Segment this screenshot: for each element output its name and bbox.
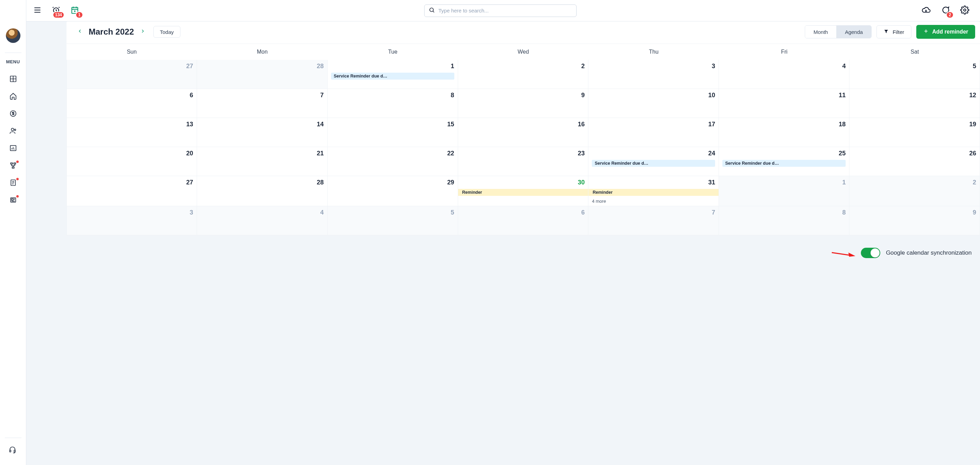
svg-rect-10 [11,198,13,200]
calendar-cell[interactable]: 16 [458,118,589,147]
filter-button[interactable]: Filter [877,25,912,38]
nav-billing[interactable] [6,106,21,122]
calendar-cell[interactable]: 6 [458,206,589,235]
nav-home[interactable] [6,89,21,105]
calendar-event[interactable]: Service Reminder due d… [331,73,454,79]
prev-month-button[interactable] [76,28,84,36]
nav-workflow[interactable] [6,159,21,174]
nav-support[interactable] [5,443,20,458]
calendar-cell[interactable]: 21 [197,147,328,176]
calendar-cell[interactable]: 3 [589,60,719,89]
calendar-cell[interactable]: 10 [589,89,719,118]
calendar-cell[interactable]: 15 [328,118,458,147]
calendar-cell[interactable]: 2 [850,176,980,206]
calendar-cell[interactable]: 22 [328,147,458,176]
calendar-cell[interactable]: 9 [850,206,980,235]
calendar-cell[interactable]: 8 [719,206,850,235]
day-number: 7 [200,92,324,99]
cloud-download-icon [921,6,931,16]
svg-rect-12 [14,450,15,452]
calendar-cell[interactable]: 12 [850,89,980,118]
day-number: 9 [461,92,585,99]
today-button[interactable]: Today [153,26,180,38]
calendar-cell[interactable]: 8 [328,89,458,118]
left-rail: MENU [0,0,26,465]
calendar-cell[interactable]: 14 [197,118,328,147]
chevron-right-icon [140,29,145,35]
avatar[interactable] [6,29,21,43]
next-month-button[interactable] [139,28,146,36]
search-input[interactable] [438,8,572,13]
calendar-cell[interactable]: 9 [458,89,589,118]
calendar-cell[interactable]: 11 [719,89,850,118]
view-month-tab[interactable]: Month [805,25,837,38]
calendar-cell[interactable]: 24Service Reminder due d… [589,147,719,176]
calendar-event[interactable]: Service Reminder due d… [592,160,715,167]
calendar-cell[interactable]: 31Reminder4 more [589,176,719,206]
menu-toggle[interactable] [31,5,44,17]
calendar-toolbar: March 2022 Today Month Agenda Filter Add… [67,21,980,44]
download-button[interactable] [920,5,932,17]
calendar-cell[interactable]: 20 [67,147,197,176]
settings-button[interactable] [959,5,971,17]
weekday-label: Sat [850,44,980,60]
nav-dashboard[interactable] [6,72,21,87]
calendar-cell[interactable]: 27 [67,176,197,206]
notification-dot-icon [16,160,19,163]
content: March 2022 Today Month Agenda Filter Add… [26,21,980,465]
calendar-cell[interactable]: 18 [719,118,850,147]
calendar-cell[interactable]: 17 [589,118,719,147]
calendar-cell[interactable]: 5 [850,60,980,89]
calendar-cell[interactable]: 7 [197,89,328,118]
weekday-label: Wed [458,44,589,60]
calendar-cell[interactable]: 7 [589,206,719,235]
calendar-cell[interactable]: 29 [328,176,458,206]
calendar-cell[interactable]: 4 [719,60,850,89]
calendar-cell[interactable]: 13 [67,118,197,147]
calendar-cell[interactable]: 1 [719,176,850,206]
view-agenda-tab[interactable]: Agenda [837,25,871,38]
day-number: 27 [70,179,193,186]
calendar-cell[interactable]: 2 [458,60,589,89]
calendar-cell[interactable]: 26 [850,147,980,176]
calendar-cell[interactable]: 25Service Reminder due d… [719,147,850,176]
main-area: 134 1 2 [26,0,980,465]
calendar-event[interactable]: Reminder [458,189,589,196]
nav-news[interactable] [6,193,21,208]
alarm-button[interactable]: 134 [50,5,62,17]
nav-people[interactable] [6,124,21,139]
search-box[interactable] [424,5,577,17]
document-icon [10,179,17,188]
chevron-left-icon [78,29,83,35]
calendar-cell[interactable]: 23 [458,147,589,176]
nav-reports[interactable] [6,141,21,156]
svg-point-16 [964,9,966,11]
day-number: 12 [853,92,976,99]
calendar-cell[interactable]: 19 [850,118,980,147]
calendar-event[interactable]: Service Reminder due d… [722,160,846,167]
calendar-cell[interactable]: 4 [197,206,328,235]
calendar-event[interactable]: Reminder [589,189,719,196]
calendar-cell[interactable]: 30Reminder [458,176,589,206]
sync-toggle[interactable] [861,248,880,258]
calendar-cell[interactable]: 6 [67,89,197,118]
calendar-badge: 1 [75,11,83,18]
calendar-cell[interactable]: 28 [197,176,328,206]
calendar-cell[interactable]: 5 [328,206,458,235]
calendar-cell[interactable]: 28 [197,60,328,89]
calendar-button[interactable]: 1 [68,5,81,17]
more-events-link[interactable]: 4 more [592,198,715,204]
gear-icon [960,6,969,16]
add-reminder-button[interactable]: Add reminder [916,25,975,39]
calendar-cell[interactable]: 27 [67,60,197,89]
calendar-cell[interactable]: 3 [67,206,197,235]
messages-badge: 2 [946,11,954,18]
filter-label: Filter [893,29,904,35]
messages-button[interactable]: 2 [939,5,951,17]
day-number: 19 [853,121,976,128]
calendar-cell[interactable]: 1Service Reminder due d… [328,60,458,89]
nav-documents[interactable] [6,176,21,191]
day-number: 16 [461,121,585,128]
day-number: 23 [461,150,585,157]
add-reminder-label: Add reminder [932,29,968,35]
